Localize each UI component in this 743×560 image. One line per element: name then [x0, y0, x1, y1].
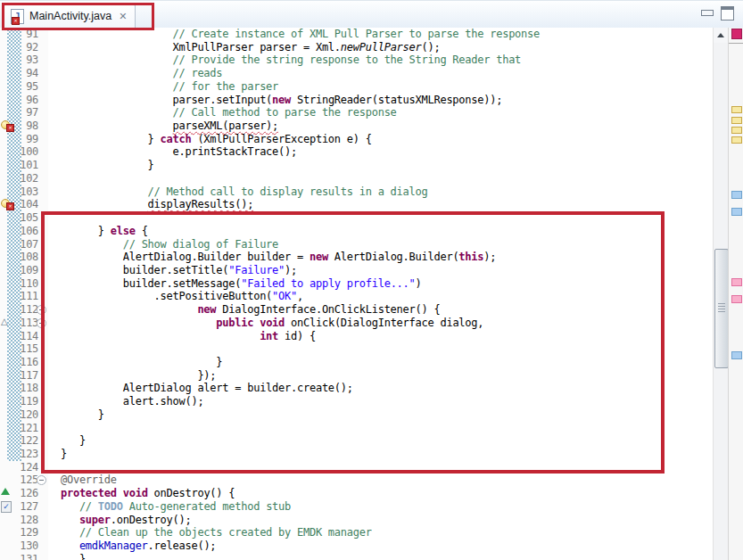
line-number[interactable]: 107 [12, 238, 38, 251]
code-line[interactable]: // Method call to display results in a d… [48, 185, 427, 199]
code-line[interactable]: // Provide the string response to the St… [48, 54, 521, 67]
code-line[interactable]: // reads [48, 67, 222, 80]
error-status-indicator[interactable] [731, 29, 742, 39]
code-line[interactable]: super.onDestroy(); [48, 514, 191, 527]
line-number[interactable]: 101 [12, 159, 38, 172]
override-marker-icon[interactable] [1, 488, 10, 495]
line-number[interactable]: 127 [12, 500, 38, 514]
line-number[interactable]: 123 [12, 448, 38, 461]
line-number[interactable]: 121 [12, 422, 38, 435]
overview-marker-info[interactable] [731, 208, 742, 216]
overview-marker-occurrence[interactable] [731, 136, 742, 144]
task-marker-icon[interactable]: ✓ [1, 501, 12, 513]
line-number[interactable]: 128 [12, 514, 38, 527]
line-number[interactable]: 93 [12, 54, 38, 67]
line-number[interactable]: 124 [12, 461, 38, 474]
code-line[interactable]: }); [48, 369, 216, 383]
code-line[interactable]: .setPositiveButton("OK", [48, 290, 303, 303]
code-line[interactable]: } [48, 434, 86, 448]
code-line[interactable]: alert.show(); [48, 395, 203, 408]
line-number[interactable]: 110 [12, 277, 38, 291]
code-line[interactable]: // Clean up the objects created by EMDK … [48, 526, 372, 539]
line-number-ruler[interactable]: 9192939495969798991001011021031041051061… [0, 28, 48, 560]
minimize-view-button[interactable] [701, 10, 714, 16]
code-line[interactable]: builder.setMessage("Failed to apply prof… [48, 277, 422, 291]
code-line[interactable]: // Show dialog of Failure [48, 238, 278, 251]
fold-collapse-icon[interactable] [37, 305, 46, 315]
code-line[interactable]: } catch (XmlPullParserException e) { [48, 133, 372, 146]
code-line[interactable]: e.printStackTrace(); [48, 145, 297, 159]
overview-marker-error[interactable] [731, 278, 742, 286]
line-number[interactable]: 131 [12, 553, 38, 560]
tab-close-icon[interactable]: ✕ [119, 12, 127, 21]
code-line[interactable]: } [48, 159, 154, 172]
code-line[interactable]: // Call method to parse the response [48, 106, 397, 119]
line-number[interactable]: 92 [12, 41, 38, 54]
overview-marker-error[interactable] [731, 295, 742, 303]
code-line[interactable]: } [48, 408, 104, 422]
scrollbar-thumb[interactable] [714, 249, 729, 368]
line-number[interactable]: 112 [12, 303, 38, 317]
line-number[interactable]: 96 [12, 94, 38, 107]
line-number[interactable]: 120 [12, 408, 38, 422]
code-editor[interactable]: 9192939495969798991001011021031041051061… [0, 28, 743, 560]
code-line[interactable]: protected void onDestroy() { [48, 487, 235, 500]
error-marker-icon[interactable] [1, 199, 14, 210]
code-line[interactable]: // Create instance of XML Pull Parser to… [48, 28, 540, 41]
line-number[interactable]: 113 [12, 317, 38, 330]
code-area[interactable]: // Create instance of XML Pull Parser to… [48, 28, 726, 560]
fold-collapse-icon[interactable] [37, 475, 46, 485]
vertical-scrollbar[interactable] [713, 28, 729, 560]
overview-marker-occurrence[interactable] [731, 127, 742, 134]
fold-collapse-icon[interactable] [37, 318, 46, 328]
code-line[interactable]: XmlPullParser parser = Xml.newPullParser… [48, 41, 440, 54]
line-number[interactable]: 102 [12, 172, 38, 185]
implements-marker-icon[interactable]: △ [1, 317, 8, 326]
line-number[interactable]: 125 [12, 474, 38, 487]
code-line[interactable]: new DialogInterface.OnClickListener() { [48, 303, 440, 317]
code-line[interactable]: // TODO Auto-generated method stub [48, 500, 291, 514]
line-number[interactable]: 98 [12, 119, 38, 133]
code-line[interactable]: builder.setTitle("Failure"); [48, 264, 297, 277]
line-number[interactable]: 100 [12, 145, 38, 159]
code-line[interactable]: AlertDialog alert = builder.create(); [48, 382, 353, 395]
code-line[interactable]: AlertDialog.Builder builder = new AlertD… [48, 251, 496, 264]
overview-marker-occurrence[interactable] [731, 117, 742, 124]
line-number[interactable]: 119 [12, 395, 38, 408]
scroll-up-arrow-icon[interactable] [714, 28, 729, 43]
overview-ruler[interactable] [728, 28, 743, 560]
overview-marker-info[interactable] [731, 351, 742, 359]
line-number[interactable]: 109 [12, 264, 38, 277]
line-number[interactable]: 118 [12, 382, 38, 395]
code-line[interactable]: parseXML(parser); [48, 119, 278, 133]
line-number[interactable]: 115 [12, 342, 38, 356]
line-number[interactable]: 104 [12, 198, 38, 211]
overview-marker-occurrence[interactable] [731, 106, 742, 113]
line-number[interactable]: 117 [12, 369, 38, 383]
overview-marker-info[interactable] [731, 191, 742, 199]
line-number[interactable]: 108 [12, 251, 38, 264]
line-number[interactable]: 97 [12, 106, 38, 119]
line-number[interactable]: 116 [12, 356, 38, 369]
line-number[interactable]: 114 [12, 330, 38, 343]
line-number[interactable]: 122 [12, 434, 38, 448]
code-line[interactable]: @Override [48, 474, 117, 487]
code-line[interactable]: public void onClick(DialogInterface dial… [48, 317, 483, 330]
line-number[interactable]: 129 [12, 526, 38, 539]
line-number[interactable]: 95 [12, 80, 38, 94]
code-line[interactable]: displayResults(); [48, 198, 253, 211]
line-number[interactable]: 106 [12, 225, 38, 238]
maximize-view-button[interactable] [721, 6, 734, 21]
line-number[interactable]: 130 [12, 539, 38, 553]
code-line[interactable]: } [48, 553, 86, 560]
line-number[interactable]: 99 [12, 133, 38, 146]
code-line[interactable]: } [48, 356, 222, 369]
code-line[interactable]: // for the parser [48, 80, 278, 94]
code-line[interactable]: int id) { [48, 330, 316, 343]
line-number[interactable]: 94 [12, 67, 38, 80]
code-line[interactable]: emdkManager.release(); [48, 539, 216, 553]
line-number[interactable]: 126 [12, 487, 38, 500]
code-line[interactable]: } [48, 448, 67, 461]
error-marker-icon[interactable] [1, 120, 14, 132]
line-number[interactable]: 103 [12, 185, 38, 199]
